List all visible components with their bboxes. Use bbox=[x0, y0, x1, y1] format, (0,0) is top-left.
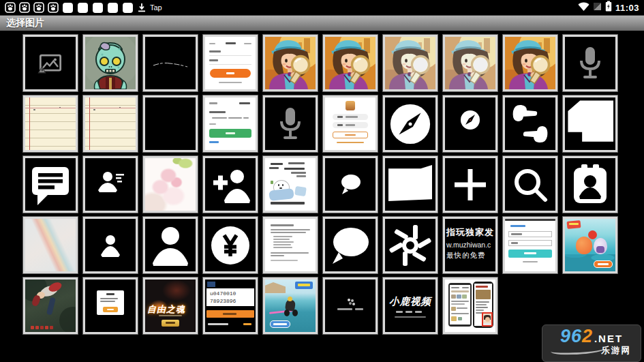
thumbnail-game-ad-dark[interactable]: 自由之魂 bbox=[143, 277, 198, 334]
person-small-graphic bbox=[85, 219, 136, 271]
status-bar: Tap 11:03 bbox=[0, 0, 644, 15]
mic-graphic bbox=[565, 37, 615, 89]
watermark-site-name: 乐游网 bbox=[602, 345, 632, 357]
thumbnail-loading-screen[interactable] bbox=[323, 277, 378, 334]
thumbnail-search-icon[interactable] bbox=[503, 156, 557, 213]
thumbnail-game-ad-colorful[interactable] bbox=[563, 217, 617, 273]
thumbnail-detective-girl-2[interactable] bbox=[323, 35, 378, 91]
notebook-graphic bbox=[85, 97, 136, 150]
signal-off-icon bbox=[593, 1, 602, 14]
angled-shape-graphic bbox=[565, 97, 615, 150]
battery-charging-icon bbox=[605, 1, 612, 14]
thumbnail-racing-game-ad[interactable] bbox=[263, 277, 318, 334]
thumbnail-microphone-1[interactable] bbox=[563, 35, 617, 91]
thumbnail-meme-comic[interactable] bbox=[263, 156, 318, 213]
notebook-graphic bbox=[25, 97, 76, 150]
broken-image-graphic bbox=[25, 37, 76, 89]
anime-graphic bbox=[25, 280, 76, 332]
thumbnail-yuan-coin-icon[interactable] bbox=[203, 217, 258, 273]
app-orange-graphic bbox=[205, 37, 256, 89]
thumbnail-detective-girl-4[interactable] bbox=[443, 35, 497, 91]
add-person-graphic bbox=[205, 158, 256, 211]
status-bar-notification-icons bbox=[5, 2, 147, 14]
blank-icon bbox=[107, 2, 119, 14]
plus-graphic bbox=[445, 158, 495, 211]
watermark-net: .NET bbox=[594, 333, 623, 344]
thumbnail-anime-art[interactable] bbox=[23, 277, 78, 334]
download-icon bbox=[137, 3, 147, 13]
watermark-swoosh bbox=[551, 344, 607, 356]
thumbnail-compass-large[interactable] bbox=[383, 95, 438, 152]
thumbnail-shutter-icon[interactable] bbox=[383, 217, 438, 273]
thumbnail-person-large-icon[interactable] bbox=[143, 217, 198, 273]
thumbnail-detective-girl-1[interactable] bbox=[263, 35, 318, 91]
thumbnail-dialog-screenshot[interactable] bbox=[83, 277, 138, 334]
detective-graphic bbox=[325, 37, 375, 89]
paw-icon bbox=[33, 2, 44, 13]
blank-icon bbox=[122, 2, 134, 14]
thumbnail-compass-small[interactable] bbox=[443, 95, 497, 152]
racing-graphic bbox=[265, 280, 316, 332]
thumbnail-account-info[interactable]: u047001078923896 bbox=[203, 277, 258, 334]
app-green-graphic bbox=[205, 97, 256, 150]
thumbnail-chat-rect-icon[interactable] bbox=[383, 156, 438, 213]
blank-icon bbox=[62, 2, 74, 14]
thumbnail-form-screenshot-teal[interactable] bbox=[503, 217, 557, 273]
thumbnail-notebook-paper-1[interactable] bbox=[23, 95, 78, 152]
paw-icon bbox=[48, 2, 59, 13]
thumbnail-xiaolu-video-ad[interactable]: 小鹿视频 bbox=[383, 277, 438, 334]
thumbnail-speech-bubble-large[interactable] bbox=[323, 217, 378, 273]
thumbnail-plus-icon[interactable] bbox=[443, 156, 497, 213]
compass-small-graphic bbox=[445, 97, 495, 150]
thumbnail-login-screenshot-orange[interactable] bbox=[203, 35, 258, 91]
thumbnail-black-blank[interactable] bbox=[143, 95, 198, 152]
thumbnail-dark-scratch[interactable] bbox=[143, 35, 198, 91]
contact-card-graphic bbox=[565, 158, 615, 211]
detective-graphic bbox=[445, 37, 495, 89]
app-teal-graphic bbox=[505, 219, 555, 271]
title-bar: 选择图片 bbox=[0, 15, 644, 31]
black-streak-graphic bbox=[145, 37, 196, 89]
thumbnail-row: 指玩独家发w.muzhiwan.c最快的免费 bbox=[23, 217, 644, 273]
blank-icon bbox=[92, 2, 104, 14]
thumbnail-phone-mockups-ad[interactable] bbox=[443, 277, 497, 334]
wifi-icon bbox=[578, 1, 589, 14]
notification-text: Tap bbox=[150, 3, 162, 12]
thumbnail-zombie-avatar[interactable] bbox=[83, 35, 138, 91]
thumbnail-add-person-icon[interactable] bbox=[203, 156, 258, 213]
thumbnail-contact-card-icon[interactable] bbox=[563, 156, 617, 213]
loading-graphic bbox=[325, 280, 375, 332]
thumbnail-shape-angled[interactable] bbox=[563, 95, 617, 152]
person-list-graphic bbox=[85, 158, 136, 211]
thumbnail-pastel-rainbow[interactable] bbox=[23, 217, 78, 273]
thumbnail-text-document[interactable] bbox=[263, 217, 318, 273]
meme-graphic bbox=[265, 158, 316, 211]
app-outline-graphic bbox=[325, 97, 375, 150]
thumbnail-contact-person-icon[interactable] bbox=[83, 156, 138, 213]
thumbnail-broken-image[interactable] bbox=[23, 35, 78, 91]
thumbnail-detective-girl-5[interactable] bbox=[503, 35, 557, 91]
thumbnail-login-screenshot-green[interactable] bbox=[203, 95, 258, 152]
thumbnail-person-small-icon[interactable] bbox=[83, 217, 138, 273]
page-title: 选择图片 bbox=[6, 17, 44, 29]
mic-graphic bbox=[265, 97, 316, 150]
account-graphic: u047001078923896 bbox=[205, 280, 256, 332]
thumbnail-microphone-2[interactable] bbox=[263, 95, 318, 152]
game-colorful-graphic bbox=[565, 219, 615, 271]
blank-icon bbox=[77, 2, 89, 14]
thumbnail-notebook-paper-2[interactable] bbox=[83, 95, 138, 152]
person-large-graphic bbox=[145, 219, 196, 271]
thumbnail-detective-girl-3[interactable] bbox=[383, 35, 438, 91]
thumbnail-login-screenshot-outline[interactable] bbox=[323, 95, 378, 152]
compass-large-graphic bbox=[385, 97, 435, 150]
thumbnail-cherry-blossoms[interactable] bbox=[143, 156, 198, 213]
thumbnail-muzhiwan-ad[interactable]: 指玩独家发w.muzhiwan.c最快的免费 bbox=[443, 217, 497, 273]
thumbnail-chat-message-icon[interactable] bbox=[23, 156, 78, 213]
thumbnail-shape-blobs[interactable] bbox=[503, 95, 557, 152]
detective-graphic bbox=[385, 37, 435, 89]
bubble-small-graphic bbox=[325, 158, 375, 211]
black-blank-graphic bbox=[145, 97, 196, 150]
phones-graphic bbox=[445, 280, 495, 332]
thumbnail-speech-bubble-small[interactable] bbox=[323, 156, 378, 213]
clock: 11:03 bbox=[615, 3, 639, 13]
